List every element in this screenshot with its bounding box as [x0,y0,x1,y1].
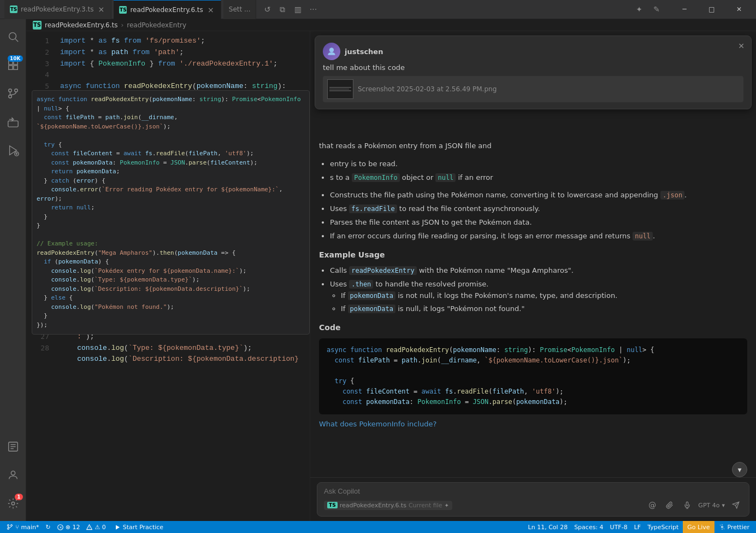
error-count[interactable]: ✕ ⊗ 12 [55,521,82,533]
tab-close-active-btn[interactable]: × [206,5,215,14]
ts-file-icon-active: TS [119,6,127,14]
response-bullets: entry is to be read. s to a PokemonInfo … [330,159,747,184]
prettier-label: Prettier [728,524,749,531]
pokemon-info-link[interactable]: What does PokemonInfo include? [319,420,436,428]
maximize-btn[interactable]: □ [699,0,724,19]
pokemondata-code2: pokemonData [348,304,395,313]
encoding-label: UTF-8 [610,524,628,531]
go-live-btn[interactable]: Go Live [683,521,714,533]
activity-explorer[interactable]: 10K [0,52,26,78]
svg-point-20 [11,502,15,505]
response-code-block: async function readPokedexEntry(pokemonN… [319,338,747,414]
copilot-chat-header: justschen tell me about this code Screen… [315,36,752,109]
bullet-error: If an error occurs during file reading o… [330,231,747,242]
activity-log[interactable] [0,434,26,460]
ask-copilot-input[interactable] [324,487,742,495]
input-actions: @ [646,499,742,512]
copilot-input-area: TS readPokedexEntry.6.ts Current file ✦ … [310,477,756,521]
warning-count[interactable]: ! ⚠ 0 [84,521,108,533]
split-editor-btn[interactable]: ⧉ [276,3,289,16]
svg-point-29 [8,528,9,530]
git-branch[interactable]: ⑂ main* [4,521,41,533]
copilot-panel: justschen tell me about this code Screen… [310,31,756,521]
close-header-btn[interactable]: ✕ [736,40,747,51]
activity-account[interactable] [0,462,26,488]
response-intro: that reads a Pokémon entry from a JSON f… [319,140,747,152]
title-actions: ✦ ✎ ─ □ ✕ [633,0,752,19]
minimize-btn[interactable]: ─ [672,0,697,19]
svg-point-35 [721,526,723,528]
send-btn[interactable] [729,499,742,512]
svg-point-28 [11,525,13,526]
error-count-label: ⊗ 12 [66,524,80,531]
readpokedexentry-code: readPokedexEntry [349,266,417,275]
user-avatar [323,43,340,60]
editor-area: TS readPokedexEntry.6.ts › readPokedexEn… [26,19,756,521]
spaces[interactable]: Spaces: 4 [572,521,605,533]
tab-bar: TS readPokedexEntry.3.ts × TS readPokede… [4,0,630,19]
user-name: justschen [345,48,383,56]
close-btn[interactable]: ✕ [727,0,752,19]
activity-run[interactable] [0,137,26,163]
cursor-position-label: Ln 11, Col 28 [528,524,568,531]
bullet-uses-readfile: Uses fs.readFile to read the file conten… [330,203,747,215]
cursor-position[interactable]: Ln 11, Col 28 [526,521,570,533]
copilot-code-popup: async function readPokedexEntry(pokemonN… [32,90,310,335]
layout-btn[interactable]: ▥ [291,3,304,16]
sync-btn[interactable]: ↻ [43,521,52,533]
mic-btn[interactable] [681,499,694,512]
activity-source-control[interactable] [0,80,26,107]
user-message: tell me about this code [323,63,743,72]
example-heading: Example Usage [319,249,747,261]
svg-marker-11 [9,146,16,155]
gpt-model-badge[interactable]: GPT 4o ▾ [698,502,725,509]
breadcrumb-function: readPokedexEntry [127,21,186,29]
bullet-entry: entry is to be read. [330,159,747,170]
prettier-btn[interactable]: Prettier [717,521,752,533]
constructs-text: Constructs the file path using the Pokém… [330,191,658,199]
tab-readPokedexEntry6[interactable]: TS readPokedexEntry.6.ts × [114,0,221,19]
sparkle-icon: ✦ [445,502,449,508]
edit-title-btn[interactable]: ✎ [650,3,663,16]
history-btn[interactable]: ↺ [261,3,274,16]
tab-readPokedexEntry3[interactable]: TS readPokedexEntry.3.ts × [4,0,111,19]
activity-settings[interactable]: 1 [0,490,26,517]
activity-extensions[interactable] [0,109,26,135]
copilot-title-btn[interactable]: ✦ [633,3,646,16]
start-practice-btn[interactable]: Start Practice [110,521,168,533]
warning-count-label: ⚠ 0 [94,524,105,531]
tab-label-active: readPokedexEntry.6.ts [130,6,203,14]
breadcrumb: TS readPokedexEntry.6.ts › readPokedexEn… [26,19,756,31]
svg-rect-22 [687,502,689,506]
svg-rect-4 [8,66,12,69]
at-mention-btn[interactable]: @ [646,499,659,512]
line-ending-label: LF [634,524,641,531]
svg-point-19 [11,471,15,475]
pokemoninfo-code: PokemonInfo [352,173,399,182]
encoding[interactable]: UTF-8 [608,521,630,533]
current-file-badge[interactable]: TS readPokedexEntry.6.ts Current file ✦ [324,501,452,510]
svg-point-7 [14,89,17,92]
attach-btn[interactable] [663,499,676,512]
pokemondata-code1: pokemonData [348,291,395,300]
tab-settings[interactable]: Sett ... [223,0,257,19]
code-editor[interactable]: 12345 678910 1112131415 1617181920 21222… [26,31,310,521]
main-layout: 10K [0,19,756,521]
line-ending[interactable]: LF [632,521,643,533]
activity-search[interactable] [0,24,26,50]
tab-label: readPokedexEntry.3.ts [21,5,93,13]
svg-text:!: ! [89,526,90,529]
language-label: TypeScript [647,524,678,531]
then-code: .then [349,280,373,289]
language[interactable]: TypeScript [645,521,681,533]
svg-point-27 [8,525,9,526]
scroll-down-btn[interactable]: ▾ [732,462,747,477]
svg-point-8 [8,95,11,98]
json-code: .json [660,191,684,200]
screenshot-preview[interactable]: Screenshot 2025-02-03 at 2.56.49 PM.png [323,76,743,102]
more-btn[interactable]: ··· [306,3,320,16]
activity-bar: 10K [0,19,26,521]
breadcrumb-filename: readPokedexEntry.6.ts [45,21,117,29]
explorer-badge: 10K [8,55,23,62]
tab-close-btn[interactable]: × [97,5,105,14]
